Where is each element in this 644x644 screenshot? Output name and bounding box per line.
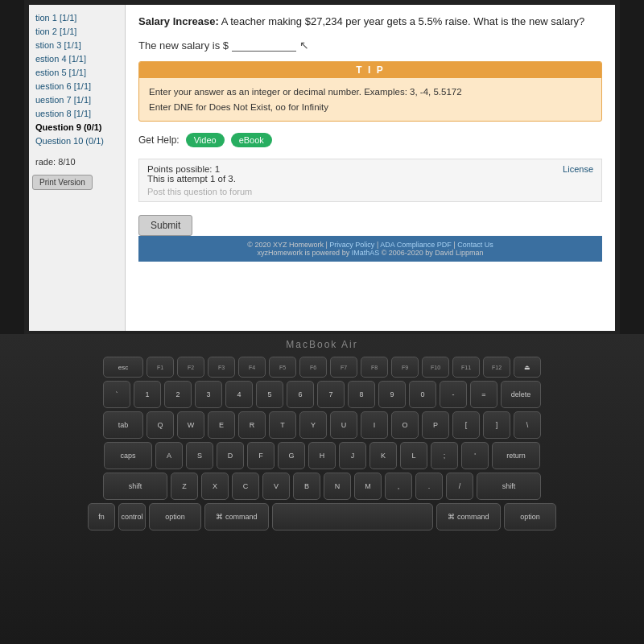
key-3[interactable]: 3: [195, 381, 222, 408]
key-esc[interactable]: esc: [103, 357, 143, 378]
footer-privacy-link[interactable]: Privacy Policy: [329, 241, 374, 249]
get-help-label: Get Help:: [138, 134, 180, 146]
key-n[interactable]: N: [324, 473, 351, 500]
key-k[interactable]: K: [369, 442, 397, 469]
key-rbracket[interactable]: ]: [483, 411, 510, 439]
key-shift-right[interactable]: shift: [477, 473, 541, 500]
key-r[interactable]: R: [238, 411, 266, 439]
sidebar-item-7[interactable]: uestion 7 [1/1]: [32, 93, 122, 106]
key-quote[interactable]: ': [461, 442, 489, 469]
key-u[interactable]: U: [330, 411, 357, 439]
key-g[interactable]: G: [278, 442, 305, 469]
key-y[interactable]: Y: [299, 411, 327, 439]
sidebar-item-9[interactable]: Question 9 (0/1): [32, 121, 122, 134]
key-d[interactable]: D: [217, 442, 244, 469]
key-v[interactable]: V: [262, 473, 290, 500]
sidebar-item-10[interactable]: Question 10 (0/1): [32, 134, 122, 147]
key-f8[interactable]: F8: [361, 357, 388, 378]
key-6[interactable]: 6: [287, 381, 314, 408]
key-tab[interactable]: tab: [103, 411, 143, 439]
submit-button[interactable]: Submit: [138, 215, 192, 236]
key-8[interactable]: 8: [348, 381, 375, 408]
sidebar-item-2[interactable]: tion 2 [1/1]: [32, 25, 122, 38]
key-z[interactable]: Z: [171, 473, 198, 500]
sidebar-item-5[interactable]: estion 5 [1/1]: [32, 66, 122, 79]
video-button[interactable]: Video: [186, 133, 225, 147]
key-2[interactable]: 2: [164, 381, 192, 408]
key-spacebar[interactable]: [272, 503, 433, 530]
key-i[interactable]: I: [361, 411, 388, 439]
footer-mathjs-link[interactable]: IMathAS: [352, 249, 380, 257]
key-minus[interactable]: -: [440, 381, 467, 408]
key-9[interactable]: 9: [378, 381, 406, 408]
key-f1[interactable]: F1: [147, 357, 174, 378]
sidebar-item-8[interactable]: uestion 8 [1/1]: [32, 107, 122, 120]
footer-ada-link[interactable]: ADA Compliance PDF: [380, 241, 452, 249]
key-slash[interactable]: /: [446, 473, 473, 500]
key-b[interactable]: B: [293, 473, 320, 500]
key-t[interactable]: T: [269, 411, 296, 439]
print-version-button[interactable]: Print Version: [32, 175, 93, 190]
key-option-right[interactable]: option: [504, 503, 556, 530]
key-0[interactable]: 0: [409, 381, 436, 408]
key-command-right[interactable]: ⌘ command: [436, 503, 501, 530]
key-f3[interactable]: F3: [208, 357, 235, 378]
forum-link[interactable]: Post this question to forum: [147, 187, 593, 196]
key-x[interactable]: X: [201, 473, 229, 500]
key-period[interactable]: .: [415, 473, 443, 500]
key-h[interactable]: H: [308, 442, 336, 469]
key-m[interactable]: M: [354, 473, 382, 500]
footer-contact-link[interactable]: Contact Us: [457, 241, 493, 249]
key-equals[interactable]: =: [470, 381, 497, 408]
key-o[interactable]: O: [391, 411, 419, 439]
key-control[interactable]: control: [118, 503, 146, 530]
key-f10[interactable]: F10: [422, 357, 449, 378]
key-semicolon[interactable]: ;: [431, 442, 458, 469]
key-shift-left[interactable]: shift: [103, 473, 167, 500]
key-p[interactable]: P: [422, 411, 449, 439]
key-backslash[interactable]: \: [514, 411, 541, 439]
key-s[interactable]: S: [186, 442, 213, 469]
key-4[interactable]: 4: [225, 381, 253, 408]
key-delete[interactable]: delete: [501, 381, 541, 408]
sidebar-item-4[interactable]: estion 4 [1/1]: [32, 52, 122, 65]
key-f5[interactable]: F5: [269, 357, 296, 378]
key-backtick[interactable]: `: [103, 381, 130, 408]
answer-input[interactable]: [232, 39, 296, 52]
key-comma[interactable]: ,: [385, 473, 412, 500]
key-f9[interactable]: F9: [391, 357, 419, 378]
key-command-left[interactable]: ⌘ command: [204, 503, 269, 530]
key-f2[interactable]: F2: [177, 357, 204, 378]
key-1[interactable]: 1: [134, 381, 161, 408]
key-a[interactable]: A: [155, 442, 183, 469]
key-5[interactable]: 5: [256, 381, 283, 408]
sidebar-item-3[interactable]: stion 3 [1/1]: [32, 39, 122, 52]
key-f11[interactable]: F11: [452, 357, 480, 378]
key-7[interactable]: 7: [317, 381, 345, 408]
license-link[interactable]: License: [563, 164, 593, 174]
key-option-left[interactable]: option: [149, 503, 201, 530]
attempt-label: This is attempt 1 of 3.: [147, 174, 593, 184]
key-fn[interactable]: fn: [88, 503, 115, 530]
key-f4[interactable]: F4: [238, 357, 266, 378]
key-lbracket[interactable]: [: [452, 411, 480, 439]
sidebar-item-6[interactable]: uestion 6 [1/1]: [32, 80, 122, 93]
key-q[interactable]: Q: [147, 411, 174, 439]
key-f6[interactable]: F6: [299, 357, 327, 378]
ebook-button[interactable]: eBook: [231, 133, 272, 147]
key-f[interactable]: F: [247, 442, 275, 469]
key-f7[interactable]: F7: [330, 357, 357, 378]
key-l[interactable]: L: [400, 442, 427, 469]
main-content: Salary Increase: A teacher making $27,23…: [126, 5, 615, 331]
key-j[interactable]: J: [339, 442, 366, 469]
key-f12[interactable]: F12: [483, 357, 510, 378]
key-w[interactable]: W: [177, 411, 204, 439]
key-eject[interactable]: ⏏: [514, 357, 541, 378]
key-return[interactable]: return: [492, 442, 540, 469]
footer-powered: xyzHomework is powered by: [258, 249, 350, 257]
key-caps[interactable]: caps: [104, 442, 152, 469]
key-e[interactable]: E: [208, 411, 235, 439]
tip-line-1: Enter your answer as an integer or decim…: [149, 85, 592, 99]
key-c[interactable]: C: [232, 473, 259, 500]
sidebar-item-1[interactable]: tion 1 [1/1]: [32, 11, 122, 24]
